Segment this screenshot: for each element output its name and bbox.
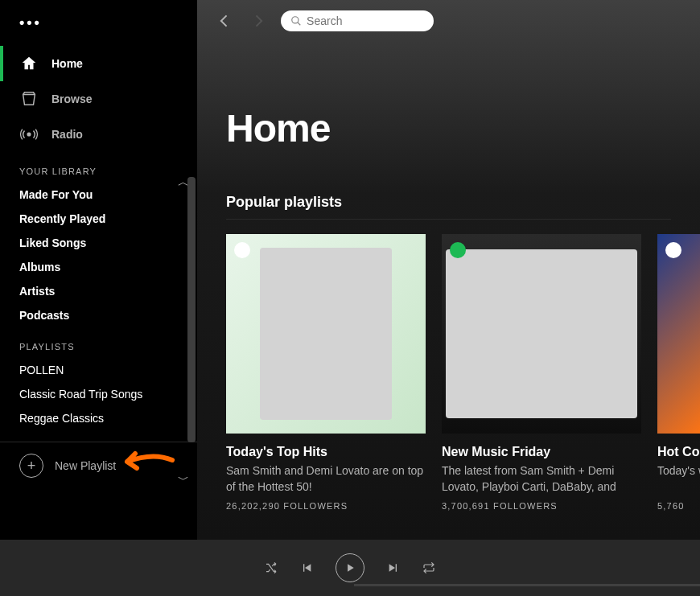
spotify-badge-icon: [234, 242, 250, 258]
menu-ellipsis-button[interactable]: •••: [0, 0, 197, 39]
playlist-cover: [226, 234, 426, 434]
card-description: Sam Smith and Demi Lovato are on top of …: [226, 459, 426, 495]
top-bar: [197, 0, 700, 42]
playlist-cover: [442, 234, 641, 434]
main-nav: Home Browse Radio: [0, 39, 197, 152]
nav-home[interactable]: Home: [0, 46, 197, 81]
playlist-card[interactable]: Today's Top Hits Sam Smith and Demi Lova…: [226, 234, 426, 511]
repeat-button[interactable]: [422, 561, 435, 574]
popular-playlists-header: Popular playlists: [197, 162, 700, 219]
nav-forward-button[interactable]: [247, 10, 270, 32]
new-playlist-label: New Playlist: [55, 459, 116, 472]
radio-icon: [19, 125, 39, 144]
card-followers: 26,202,290 FOLLOWERS: [226, 495, 426, 511]
play-button[interactable]: [336, 553, 364, 582]
player-bar: [0, 540, 700, 596]
search-input[interactable]: [307, 14, 424, 27]
home-icon: [19, 54, 39, 73]
library-recently-played[interactable]: Recently Played: [0, 207, 197, 231]
popular-playlists-row: Today's Top Hits Sam Smith and Demi Lova…: [197, 220, 700, 511]
playlist-reggae-classics[interactable]: Reggae Classics: [0, 406, 197, 430]
card-description: Today's week, with Georgia: [657, 459, 700, 495]
main-content: Home Popular playlists Today's Top Hits …: [197, 0, 700, 540]
sidebar: ••• Home Browse Radio YOUR LIBR: [0, 0, 197, 540]
card-title: New Music Friday: [442, 434, 641, 459]
library-podcasts[interactable]: Podcasts: [0, 303, 197, 327]
previous-button[interactable]: [300, 561, 313, 574]
playlists-header: PLAYLISTS: [0, 327, 197, 358]
spotify-badge-icon: [665, 242, 681, 258]
playlist-classic-road-trip[interactable]: Classic Road Trip Songs: [0, 382, 197, 406]
svg-point-0: [27, 133, 31, 136]
spotify-badge-icon: [450, 242, 466, 258]
playlist-pollen[interactable]: POLLEN: [0, 358, 197, 382]
library-header: YOUR LIBRARY: [0, 152, 197, 183]
library-made-for-you[interactable]: Made For You: [0, 183, 197, 207]
nav-label: Browse: [51, 92, 93, 105]
browse-icon: [19, 89, 39, 109]
card-title: Hot Country: [657, 434, 700, 459]
playlist-card[interactable]: Hot Country Today's week, with Georgia 5…: [657, 234, 700, 511]
playlist-cover: [657, 234, 700, 434]
play-icon: [336, 553, 364, 582]
page-title: Home: [197, 42, 700, 162]
nav-radio[interactable]: Radio: [0, 117, 197, 152]
nav-back-button[interactable]: [213, 10, 236, 32]
nav-label: Home: [51, 57, 83, 70]
svg-point-1: [292, 17, 299, 23]
player-controls: [265, 553, 435, 582]
plus-icon: +: [19, 454, 43, 478]
sidebar-scrollbar[interactable]: [187, 177, 196, 450]
nav-browse[interactable]: Browse: [0, 81, 197, 117]
scroll-down-chevron-icon[interactable]: ﹀: [178, 473, 189, 487]
new-playlist-button[interactable]: + New Playlist: [0, 442, 197, 489]
nav-label: Radio: [51, 128, 83, 141]
library-liked-songs[interactable]: Liked Songs: [0, 231, 197, 255]
shuffle-button[interactable]: [265, 561, 278, 574]
progress-bar[interactable]: [354, 584, 700, 586]
card-title: Today's Top Hits: [226, 434, 426, 459]
card-followers: 3,700,691 FOLLOWERS: [442, 495, 641, 511]
library-artists[interactable]: Artists: [0, 279, 197, 303]
search-icon: [290, 14, 302, 27]
card-description: The latest from Sam Smith + Demi Lovato,…: [442, 459, 641, 495]
search-field[interactable]: [281, 10, 434, 31]
card-followers: 5,760: [657, 495, 700, 511]
library-albums[interactable]: Albums: [0, 255, 197, 279]
next-button[interactable]: [387, 561, 400, 574]
playlist-card[interactable]: New Music Friday The latest from Sam Smi…: [442, 234, 641, 511]
